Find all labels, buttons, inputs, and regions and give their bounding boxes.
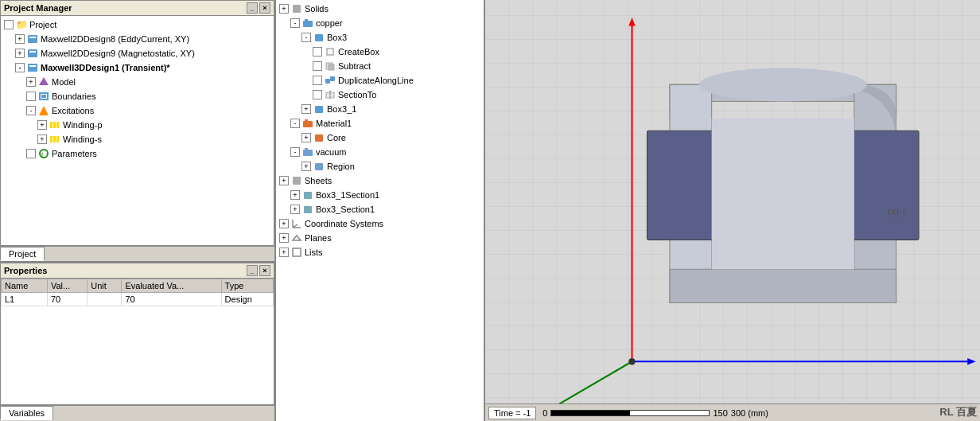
winding-s-icon	[49, 133, 61, 146]
expand-core[interactable]: +	[301, 133, 311, 142]
svg-rect-8	[41, 95, 46, 98]
expand-sectionto[interactable]	[313, 90, 322, 99]
expand-winding-s[interactable]: +	[37, 134, 47, 144]
tree-planes[interactable]: + Planes	[278, 231, 482, 245]
expand-box3-1[interactable]: +	[301, 104, 311, 114]
dup-icon	[324, 74, 336, 87]
tree-item-design1[interactable]: + Maxwell2DDesign8 (EddyCurrent, XY)	[2, 32, 272, 46]
lists-label: Lists	[305, 248, 323, 257]
expand-model[interactable]: +	[26, 77, 36, 87]
svg-rect-21	[315, 34, 323, 41]
tree-material1[interactable]: - Material1	[278, 116, 482, 131]
expand-parameters[interactable]	[26, 149, 36, 158]
expand-box3-1-s1[interactable]: +	[290, 190, 300, 200]
corner-logo: RL 百夏	[939, 405, 977, 419]
svg-rect-5	[29, 65, 36, 67]
col-name: Name	[2, 279, 48, 293]
tree-item-winding-p[interactable]: + Winding-p	[2, 118, 272, 132]
expand-excitations[interactable]: -	[26, 106, 36, 115]
excitation-icon	[37, 104, 50, 117]
createbox-icon	[324, 45, 336, 58]
tree-item-boundaries[interactable]: Boundaries	[2, 89, 272, 103]
expand-dup[interactable]	[313, 76, 322, 85]
variables-tab[interactable]: Variables	[0, 406, 53, 420]
box3-1-s1-label: Box3_1Section1	[316, 190, 379, 200]
expand-design3[interactable]: -	[15, 63, 25, 72]
expand-box3-s1[interactable]: +	[290, 205, 300, 214]
scale-label-150: 150	[713, 408, 727, 418]
tree-region[interactable]: + Region	[278, 159, 482, 173]
sheets-icon	[290, 174, 303, 187]
svg-rect-51	[847, 131, 919, 240]
expand-coord[interactable]: +	[279, 219, 289, 228]
expand-subtract[interactable]	[313, 61, 322, 71]
tree-solids[interactable]: + Solids	[278, 2, 482, 16]
tree-item-excitations[interactable]: - Excitations	[2, 103, 272, 118]
svg-rect-14	[53, 136, 56, 142]
tree-item-design2[interactable]: + Maxwell2DDesign9 (Magnetostatic, XY)	[2, 46, 272, 60]
svg-rect-3	[29, 51, 36, 53]
tree-copper[interactable]: - copper	[278, 16, 482, 30]
expand-region[interactable]: +	[301, 162, 311, 171]
tree-box3-section1[interactable]: + Box3_Section1	[278, 202, 482, 216]
expand-planes[interactable]: +	[279, 233, 289, 243]
tree-item-design3[interactable]: - Maxwell3DDesign1 (Transient)*	[2, 60, 272, 75]
tree-box3[interactable]: - Box3	[278, 30, 482, 45]
expand-createbox[interactable]	[313, 47, 322, 57]
coord-label: Coordinate Systems	[305, 219, 383, 228]
expand-boundaries[interactable]	[26, 92, 36, 101]
planes-icon	[290, 232, 303, 244]
design2-icon	[26, 47, 39, 60]
svg-rect-52	[712, 119, 854, 270]
tree-box3-1-section1[interactable]: + Box3_1Section1	[278, 188, 482, 202]
project-tab[interactable]: Project	[0, 247, 45, 261]
tree-duplicatealongline[interactable]: DuplicateAlongLine	[278, 73, 482, 88]
vacuum-label: vacuum	[316, 147, 347, 157]
expand-solids[interactable]: +	[279, 4, 289, 14]
expand-vacuum[interactable]: -	[290, 147, 300, 157]
prop-close-btn[interactable]: ×	[259, 265, 270, 276]
expand-winding-p[interactable]: +	[37, 120, 47, 130]
expand-lists[interactable]: +	[279, 248, 289, 257]
svg-rect-43	[293, 248, 301, 256]
expand-copper[interactable]: -	[290, 18, 300, 28]
tree-box3-1[interactable]: + Box3_1	[278, 102, 482, 116]
tree-createbox[interactable]: CreateBox	[278, 45, 482, 59]
design2-label: Maxwell2DDesign9 (Magnetostatic, XY)	[41, 49, 195, 58]
box3-1-icon	[313, 103, 325, 115]
expand-design2[interactable]: +	[15, 49, 25, 58]
expand-material1[interactable]: -	[290, 119, 300, 128]
tree-vacuum[interactable]: - vacuum	[278, 145, 482, 159]
expand-box3[interactable]: -	[301, 33, 311, 42]
pm-minimize-btn[interactable]: _	[247, 2, 258, 14]
tree-root[interactable]: 📁 Project	[2, 18, 272, 32]
tree-item-winding-s[interactable]: + Winding-s	[2, 132, 272, 146]
expand-sheets[interactable]: +	[279, 176, 289, 185]
prop-row-l1[interactable]: L1 70 70 Design	[2, 293, 274, 306]
svg-rect-37	[304, 192, 312, 199]
svg-rect-29	[315, 106, 323, 113]
svg-rect-11	[53, 122, 56, 128]
prop-minimize-btn[interactable]: _	[247, 265, 258, 276]
root-label: Project	[29, 20, 56, 29]
svg-rect-15	[56, 136, 59, 142]
tree-subtract[interactable]: Subtract	[278, 59, 482, 73]
tree-lists[interactable]: + Lists	[278, 245, 482, 259]
viewport[interactable]: ng-s Time = -1 0 150 300 (mm) RL 百夏	[485, 0, 980, 421]
core-icon	[313, 131, 325, 144]
tree-coord[interactable]: + Coordinate Systems	[278, 216, 482, 231]
planes-label: Planes	[305, 233, 332, 243]
scale-bar: 0 150 300 (mm)	[542, 408, 768, 418]
tree-sheets[interactable]: + Sheets	[278, 173, 482, 188]
pm-close-btn[interactable]: ×	[259, 2, 270, 14]
tree-core[interactable]: + Core	[278, 131, 482, 145]
expand-design1[interactable]: +	[15, 34, 25, 44]
tree-item-parameters[interactable]: f Parameters	[2, 146, 272, 161]
project-manager-header: Project Manager _ ×	[0, 0, 274, 15]
tree-sectionto[interactable]: SectionTo	[278, 88, 482, 102]
tree-item-model[interactable]: + Model	[2, 75, 272, 89]
svg-marker-42	[293, 236, 301, 240]
expand-root[interactable]	[4, 20, 14, 29]
svg-rect-20	[305, 19, 308, 22]
prop-value-l1[interactable]: 70	[47, 293, 87, 306]
